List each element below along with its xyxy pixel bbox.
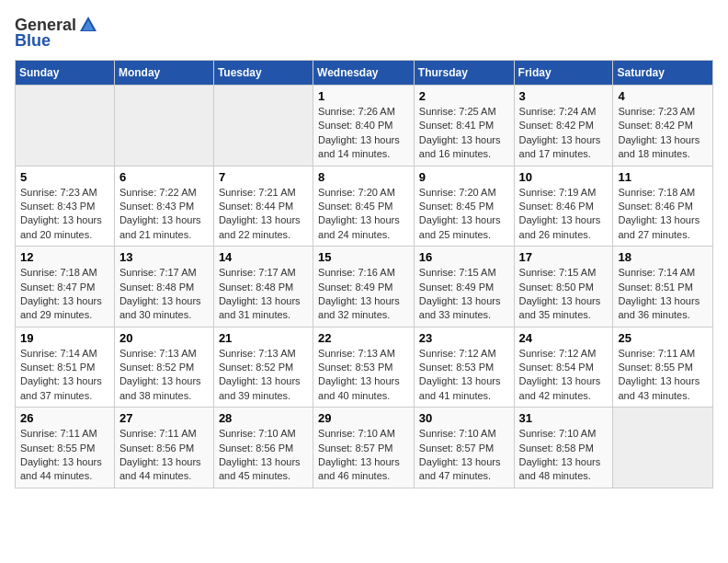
day-number: 29 — [318, 411, 409, 425]
day-info: Sunrise: 7:10 AMSunset: 8:56 PMDaylight:… — [219, 427, 308, 484]
day-info: Sunrise: 7:24 AMSunset: 8:42 PMDaylight:… — [519, 105, 609, 162]
calendar-week-3: 12Sunrise: 7:18 AMSunset: 8:47 PMDayligh… — [16, 247, 713, 327]
day-number: 13 — [119, 250, 209, 264]
day-number: 11 — [618, 170, 708, 184]
calendar-cell: 18Sunrise: 7:14 AMSunset: 8:51 PMDayligh… — [613, 247, 713, 327]
day-number: 15 — [318, 250, 409, 264]
calendar-cell: 22Sunrise: 7:13 AMSunset: 8:53 PMDayligh… — [313, 327, 415, 408]
day-number: 23 — [419, 331, 509, 345]
calendar-cell: 14Sunrise: 7:17 AMSunset: 8:48 PMDayligh… — [213, 247, 313, 327]
day-info: Sunrise: 7:10 AMSunset: 8:58 PMDaylight:… — [519, 427, 609, 484]
calendar-cell: 10Sunrise: 7:19 AMSunset: 8:46 PMDayligh… — [514, 166, 613, 247]
day-number: 5 — [20, 170, 109, 184]
day-info: Sunrise: 7:11 AMSunset: 8:56 PMDaylight:… — [119, 427, 209, 484]
day-info: Sunrise: 7:21 AMSunset: 8:44 PMDaylight:… — [219, 186, 308, 243]
calendar-cell: 12Sunrise: 7:18 AMSunset: 8:47 PMDayligh… — [16, 247, 115, 327]
day-info: Sunrise: 7:17 AMSunset: 8:48 PMDaylight:… — [219, 266, 308, 323]
calendar-cell: 26Sunrise: 7:11 AMSunset: 8:55 PMDayligh… — [16, 408, 115, 488]
col-header-tuesday: Tuesday — [213, 61, 313, 86]
calendar-cell: 21Sunrise: 7:13 AMSunset: 8:52 PMDayligh… — [213, 327, 313, 408]
day-number: 12 — [20, 250, 109, 264]
col-header-monday: Monday — [114, 61, 213, 86]
calendar-cell: 17Sunrise: 7:15 AMSunset: 8:50 PMDayligh… — [514, 247, 613, 327]
day-info: Sunrise: 7:20 AMSunset: 8:45 PMDaylight:… — [419, 186, 509, 243]
day-info: Sunrise: 7:11 AMSunset: 8:55 PMDaylight:… — [618, 347, 708, 404]
logo-icon — [78, 15, 98, 35]
day-info: Sunrise: 7:23 AMSunset: 8:42 PMDaylight:… — [618, 105, 708, 162]
day-number: 27 — [119, 411, 209, 425]
calendar-week-1: 1Sunrise: 7:26 AMSunset: 8:40 PMDaylight… — [16, 86, 713, 167]
day-info: Sunrise: 7:11 AMSunset: 8:55 PMDaylight:… — [20, 427, 109, 484]
calendar-cell: 11Sunrise: 7:18 AMSunset: 8:46 PMDayligh… — [613, 166, 713, 247]
col-header-wednesday: Wednesday — [313, 61, 415, 86]
day-info: Sunrise: 7:15 AMSunset: 8:50 PMDaylight:… — [519, 266, 609, 323]
calendar-week-4: 19Sunrise: 7:14 AMSunset: 8:51 PMDayligh… — [16, 327, 713, 408]
day-info: Sunrise: 7:23 AMSunset: 8:43 PMDaylight:… — [20, 186, 109, 243]
col-header-thursday: Thursday — [414, 61, 514, 86]
calendar-cell: 7Sunrise: 7:21 AMSunset: 8:44 PMDaylight… — [213, 166, 313, 247]
calendar-cell: 31Sunrise: 7:10 AMSunset: 8:58 PMDayligh… — [514, 408, 613, 488]
day-number: 21 — [219, 331, 308, 345]
day-number: 3 — [519, 89, 609, 103]
day-number: 4 — [618, 89, 708, 103]
calendar-cell: 13Sunrise: 7:17 AMSunset: 8:48 PMDayligh… — [114, 247, 213, 327]
calendar-cell: 8Sunrise: 7:20 AMSunset: 8:45 PMDaylight… — [313, 166, 415, 247]
calendar-cell: 27Sunrise: 7:11 AMSunset: 8:56 PMDayligh… — [114, 408, 213, 488]
calendar-cell: 1Sunrise: 7:26 AMSunset: 8:40 PMDaylight… — [313, 86, 415, 167]
col-header-friday: Friday — [514, 61, 613, 86]
day-info: Sunrise: 7:15 AMSunset: 8:49 PMDaylight:… — [419, 266, 509, 323]
calendar-week-2: 5Sunrise: 7:23 AMSunset: 8:43 PMDaylight… — [16, 166, 713, 247]
calendar-cell: 20Sunrise: 7:13 AMSunset: 8:52 PMDayligh… — [114, 327, 213, 408]
col-header-sunday: Sunday — [16, 61, 115, 86]
calendar-cell: 24Sunrise: 7:12 AMSunset: 8:54 PMDayligh… — [514, 327, 613, 408]
calendar-cell: 25Sunrise: 7:11 AMSunset: 8:55 PMDayligh… — [613, 327, 713, 408]
day-number: 31 — [519, 411, 609, 425]
page-header: General Blue — [15, 15, 713, 51]
day-info: Sunrise: 7:10 AMSunset: 8:57 PMDaylight:… — [419, 427, 509, 484]
day-info: Sunrise: 7:16 AMSunset: 8:49 PMDaylight:… — [318, 266, 409, 323]
day-number: 8 — [318, 170, 409, 184]
day-info: Sunrise: 7:14 AMSunset: 8:51 PMDaylight:… — [20, 347, 109, 404]
day-number: 26 — [20, 411, 109, 425]
day-number: 14 — [219, 250, 308, 264]
day-number: 24 — [519, 331, 609, 345]
calendar-cell: 28Sunrise: 7:10 AMSunset: 8:56 PMDayligh… — [213, 408, 313, 488]
calendar-cell: 4Sunrise: 7:23 AMSunset: 8:42 PMDaylight… — [613, 86, 713, 167]
calendar-table: SundayMondayTuesdayWednesdayThursdayFrid… — [15, 60, 713, 488]
day-number: 19 — [20, 331, 109, 345]
day-info: Sunrise: 7:14 AMSunset: 8:51 PMDaylight:… — [618, 266, 708, 323]
calendar-cell: 29Sunrise: 7:10 AMSunset: 8:57 PMDayligh… — [313, 408, 415, 488]
day-number: 25 — [618, 331, 708, 345]
day-number: 6 — [119, 170, 209, 184]
day-number: 2 — [419, 89, 509, 103]
calendar-cell-empty — [16, 86, 115, 167]
day-info: Sunrise: 7:18 AMSunset: 8:46 PMDaylight:… — [618, 186, 708, 243]
day-info: Sunrise: 7:13 AMSunset: 8:53 PMDaylight:… — [318, 347, 409, 404]
day-info: Sunrise: 7:10 AMSunset: 8:57 PMDaylight:… — [318, 427, 409, 484]
day-number: 9 — [419, 170, 509, 184]
day-info: Sunrise: 7:19 AMSunset: 8:46 PMDaylight:… — [519, 186, 609, 243]
calendar-week-5: 26Sunrise: 7:11 AMSunset: 8:55 PMDayligh… — [16, 408, 713, 488]
calendar-cell: 16Sunrise: 7:15 AMSunset: 8:49 PMDayligh… — [414, 247, 514, 327]
day-number: 16 — [419, 250, 509, 264]
day-info: Sunrise: 7:26 AMSunset: 8:40 PMDaylight:… — [318, 105, 409, 162]
day-number: 1 — [318, 89, 409, 103]
day-info: Sunrise: 7:12 AMSunset: 8:53 PMDaylight:… — [419, 347, 509, 404]
day-number: 7 — [219, 170, 308, 184]
calendar-cell-empty — [613, 408, 713, 488]
day-number: 20 — [119, 331, 209, 345]
day-info: Sunrise: 7:12 AMSunset: 8:54 PMDaylight:… — [519, 347, 609, 404]
calendar-cell: 19Sunrise: 7:14 AMSunset: 8:51 PMDayligh… — [16, 327, 115, 408]
day-number: 30 — [419, 411, 509, 425]
calendar-cell: 23Sunrise: 7:12 AMSunset: 8:53 PMDayligh… — [414, 327, 514, 408]
day-number: 22 — [318, 331, 409, 345]
day-number: 17 — [519, 250, 609, 264]
day-info: Sunrise: 7:22 AMSunset: 8:43 PMDaylight:… — [119, 186, 209, 243]
calendar-cell: 15Sunrise: 7:16 AMSunset: 8:49 PMDayligh… — [313, 247, 415, 327]
calendar-cell: 9Sunrise: 7:20 AMSunset: 8:45 PMDaylight… — [414, 166, 514, 247]
calendar-cell-empty — [213, 86, 313, 167]
day-number: 28 — [219, 411, 308, 425]
day-info: Sunrise: 7:18 AMSunset: 8:47 PMDaylight:… — [20, 266, 109, 323]
day-number: 18 — [618, 250, 708, 264]
day-info: Sunrise: 7:17 AMSunset: 8:48 PMDaylight:… — [119, 266, 209, 323]
